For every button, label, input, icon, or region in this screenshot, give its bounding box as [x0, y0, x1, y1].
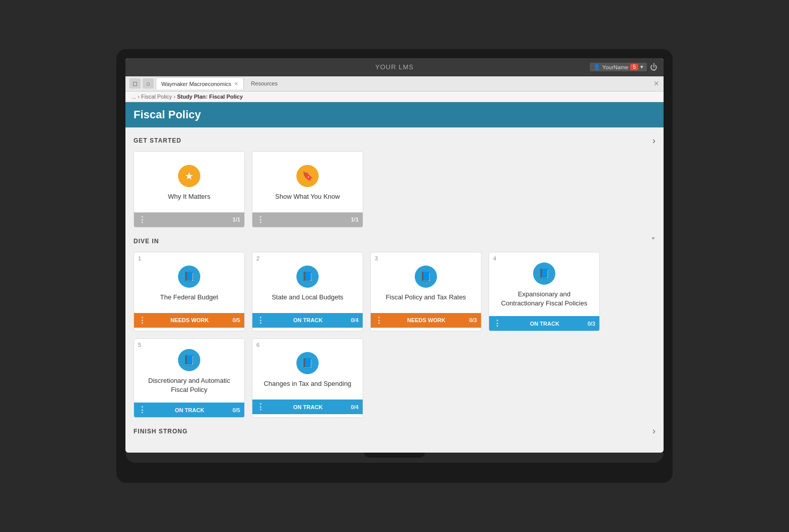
- username: YourName: [602, 64, 629, 70]
- book-icon-6: 📘: [302, 358, 313, 369]
- card-disc-auto-count: 0/5: [233, 407, 240, 413]
- card-state-local-status: ON TRACK: [293, 317, 323, 323]
- card-tax-spending-status: ON TRACK: [293, 404, 323, 410]
- card-show-what-you-know-count: 1/1: [351, 216, 359, 223]
- page-header: Fiscal Policy: [125, 102, 664, 127]
- footer-menu-icon: ⋮: [138, 215, 147, 225]
- card-tax-rates-title: Fiscal Policy and Tax Rates: [386, 293, 466, 302]
- card-why-it-matters-icon: ★: [178, 165, 200, 187]
- footer-menu-icon: ⋮: [493, 319, 502, 328]
- tab-resources[interactable]: Resources: [246, 79, 283, 88]
- dive-in-card-grid: 1 📘 The Federal Budget ⋮ NEEDS WORK 0/5: [134, 252, 655, 418]
- user-badge[interactable]: 👤 YourName 5 ▾: [590, 63, 647, 71]
- section-get-started-toggle[interactable]: ›: [652, 136, 655, 146]
- card-disc-auto-body: 5 📘 Discretionary and Automatic Fiscal P…: [134, 339, 244, 403]
- card-disc-auto-status: ON TRACK: [175, 407, 204, 413]
- section-dive-in-toggle[interactable]: ˅: [651, 236, 655, 247]
- card-state-local-icon: 📘: [296, 265, 319, 288]
- page-title: Fiscal Policy: [134, 108, 201, 121]
- section-finish-strong-toggle[interactable]: ›: [652, 426, 655, 436]
- card-state-local-title: State and Local Budgets: [272, 293, 343, 302]
- book-icon-3: 📘: [420, 271, 431, 282]
- tab-waymaker-label: Waymaker Macroeconomics: [161, 81, 231, 87]
- footer-menu-icon: ⋮: [256, 316, 265, 325]
- section-get-started-title: GET STARTED: [134, 137, 182, 144]
- star-icon: ★: [185, 170, 194, 182]
- card-number-2: 2: [256, 255, 259, 261]
- card-tax-rates-footer: ⋮ NEEDS WORK 0/3: [371, 313, 481, 328]
- card-exp-cont-footer: ⋮ ON TRACK 0/3: [489, 316, 599, 331]
- card-why-it-matters-count: 1/1: [233, 216, 240, 223]
- lms-title: YOUR LMS: [375, 63, 414, 71]
- main-content: GET STARTED › ★ Why It Matters ⋮: [125, 127, 664, 453]
- card-number-1: 1: [138, 255, 141, 261]
- section-finish-strong: FINISH STRONG ›: [134, 426, 655, 436]
- card-tax-spending-title: Changes in Tax and Spending: [264, 379, 351, 388]
- card-federal-budget-status: NEEDS WORK: [170, 317, 209, 323]
- power-button[interactable]: ⏻: [650, 63, 658, 71]
- book-icon-1: 📘: [184, 271, 195, 282]
- notification-badge: 5: [630, 64, 638, 70]
- card-exp-cont-status: ON TRACK: [530, 321, 559, 327]
- home-button[interactable]: ⌂: [143, 78, 154, 88]
- section-dive-in-title: DIVE IN: [134, 238, 159, 245]
- card-expansionary-contractionary[interactable]: 4 📘 Expansionary and Contractionary Fisc…: [489, 252, 600, 331]
- footer-menu-icon: ⋮: [256, 215, 265, 225]
- card-show-what-you-know[interactable]: 🔖 Show What You Know ⋮ 1/1: [252, 151, 363, 228]
- lms-topbar: YOUR LMS 👤 YourName 5 ▾ ⏻: [125, 58, 664, 76]
- card-exp-cont-icon: 📘: [533, 262, 555, 285]
- card-exp-cont-count: 0/3: [588, 321, 595, 327]
- card-number-6: 6: [256, 342, 259, 348]
- card-federal-budget-icon: 📘: [178, 265, 200, 288]
- card-show-what-you-know-title: Show What You Know: [275, 192, 340, 201]
- card-tax-spending-footer: ⋮ ON TRACK 0/4: [252, 400, 363, 414]
- footer-menu-icon: ⋮: [138, 405, 147, 415]
- card-show-what-you-know-icon: 🔖: [296, 165, 319, 187]
- badge-icon: 🔖: [302, 170, 313, 182]
- card-number-5: 5: [138, 342, 141, 348]
- card-tax-spending-body: 6 📘 Changes in Tax and Spending: [252, 339, 363, 400]
- card-exp-cont-title: Expansionary and Contractionary Fiscal P…: [497, 290, 591, 308]
- card-state-local-footer: ⋮ ON TRACK 0/4: [252, 313, 363, 328]
- back-button[interactable]: ◻: [129, 78, 141, 88]
- card-changes-tax-spending[interactable]: 6 📘 Changes in Tax and Spending ⋮ ON TRA…: [252, 338, 363, 418]
- card-why-it-matters-title: Why It Matters: [168, 192, 210, 201]
- breadcrumb: ... › Fiscal Policy › Study Plan: Fiscal…: [125, 92, 664, 102]
- card-show-what-you-know-body: 🔖 Show What You Know: [252, 152, 363, 212]
- section-dive-in-header: DIVE IN ˅: [134, 236, 655, 247]
- card-why-it-matters[interactable]: ★ Why It Matters ⋮ 1/1: [134, 151, 245, 228]
- card-federal-budget-count: 0/5: [233, 317, 240, 323]
- card-disc-auto-footer: ⋮ ON TRACK 0/5: [134, 403, 244, 417]
- tab-close-icon[interactable]: ✕: [234, 81, 238, 86]
- section-get-started-header: GET STARTED ›: [134, 136, 655, 146]
- tab-waymaker[interactable]: Waymaker Macroeconomics ✕: [156, 77, 244, 90]
- card-discretionary-automatic[interactable]: 5 📘 Discretionary and Automatic Fiscal P…: [134, 338, 245, 418]
- card-tax-rates-body: 3 📘 Fiscal Policy and Tax Rates: [371, 252, 481, 313]
- lms-controls: 👤 YourName 5 ▾ ⏻: [590, 63, 658, 71]
- card-tax-spending-count: 0/4: [351, 404, 359, 410]
- breadcrumb-separator1: ›: [138, 94, 141, 100]
- card-state-local-budgets[interactable]: 2 📘 State and Local Budgets ⋮ ON TRACK 0…: [252, 252, 363, 331]
- card-federal-budget-body: 1 📘 The Federal Budget: [134, 252, 244, 313]
- book-icon-4: 📘: [539, 268, 550, 279]
- card-tax-rates-icon: 📘: [415, 265, 437, 288]
- card-the-federal-budget[interactable]: 1 📘 The Federal Budget ⋮ NEEDS WORK 0/5: [134, 252, 245, 331]
- section-finish-strong-header: FINISH STRONG ›: [134, 426, 655, 436]
- card-fiscal-policy-tax-rates[interactable]: 3 📘 Fiscal Policy and Tax Rates ⋮ NEEDS …: [370, 252, 481, 331]
- section-dive-in: DIVE IN ˅ 1 📘 The Federal Budget: [134, 236, 655, 418]
- card-why-it-matters-footer: ⋮ 1/1: [134, 212, 244, 227]
- card-number-4: 4: [493, 255, 496, 261]
- get-started-card-grid: ★ Why It Matters ⋮ 1/1 🔖: [134, 151, 655, 228]
- section-finish-strong-title: FINISH STRONG: [134, 428, 188, 435]
- card-federal-budget-footer: ⋮ NEEDS WORK 0/5: [134, 313, 244, 328]
- card-federal-budget-title: The Federal Budget: [160, 293, 218, 302]
- section-get-started: GET STARTED › ★ Why It Matters ⋮: [134, 136, 655, 228]
- footer-menu-icon: ⋮: [375, 316, 383, 325]
- card-exp-cont-body: 4 📘 Expansionary and Contractionary Fisc…: [489, 252, 599, 316]
- breadcrumb-fiscal-policy[interactable]: Fiscal Policy: [141, 94, 172, 100]
- card-state-local-count: 0/4: [351, 317, 359, 323]
- window-close-icon[interactable]: ✕: [653, 79, 660, 87]
- card-disc-auto-icon: 📘: [178, 349, 200, 371]
- card-tax-rates-count: 0/3: [469, 317, 477, 323]
- tab-bar: ◻ ⌂ Waymaker Macroeconomics ✕ Resources …: [125, 76, 664, 92]
